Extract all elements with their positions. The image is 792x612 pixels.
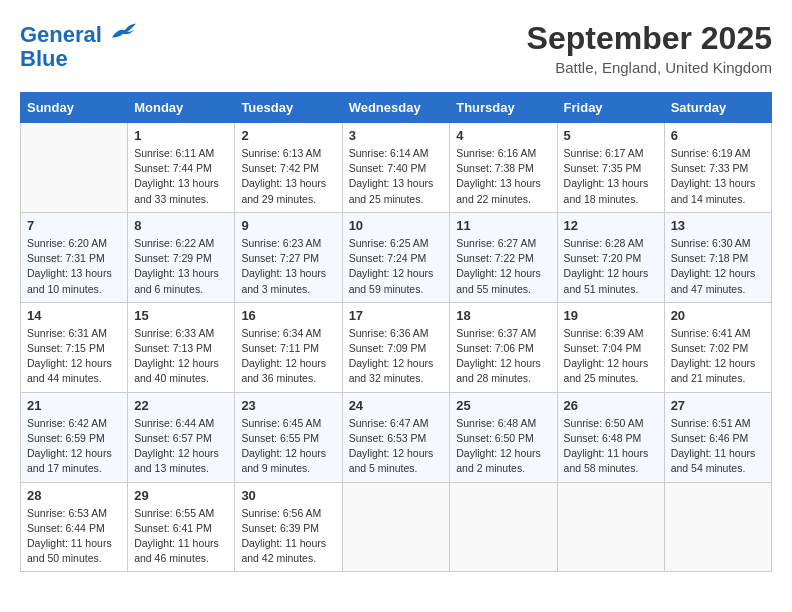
day-info: Sunrise: 6:45 AMSunset: 6:55 PMDaylight:…: [241, 416, 335, 477]
location: Battle, England, United Kingdom: [527, 59, 772, 76]
calendar-cell: 14Sunrise: 6:31 AMSunset: 7:15 PMDayligh…: [21, 302, 128, 392]
day-number: 5: [564, 128, 658, 143]
day-number: 2: [241, 128, 335, 143]
day-info: Sunrise: 6:28 AMSunset: 7:20 PMDaylight:…: [564, 236, 658, 297]
day-info: Sunrise: 6:44 AMSunset: 6:57 PMDaylight:…: [134, 416, 228, 477]
day-number: 8: [134, 218, 228, 233]
logo: General Blue: [20, 20, 138, 71]
day-number: 27: [671, 398, 765, 413]
day-number: 20: [671, 308, 765, 323]
day-number: 3: [349, 128, 444, 143]
day-info: Sunrise: 6:27 AMSunset: 7:22 PMDaylight:…: [456, 236, 550, 297]
calendar-cell: [557, 482, 664, 572]
col-header-saturday: Saturday: [664, 93, 771, 123]
calendar-cell: 23Sunrise: 6:45 AMSunset: 6:55 PMDayligh…: [235, 392, 342, 482]
day-number: 11: [456, 218, 550, 233]
week-row-5: 28Sunrise: 6:53 AMSunset: 6:44 PMDayligh…: [21, 482, 772, 572]
header-row: SundayMondayTuesdayWednesdayThursdayFrid…: [21, 93, 772, 123]
day-number: 13: [671, 218, 765, 233]
calendar-cell: [664, 482, 771, 572]
calendar-cell: 3Sunrise: 6:14 AMSunset: 7:40 PMDaylight…: [342, 123, 450, 213]
day-info: Sunrise: 6:55 AMSunset: 6:41 PMDaylight:…: [134, 506, 228, 567]
day-info: Sunrise: 6:34 AMSunset: 7:11 PMDaylight:…: [241, 326, 335, 387]
calendar-cell: [450, 482, 557, 572]
calendar-cell: 27Sunrise: 6:51 AMSunset: 6:46 PMDayligh…: [664, 392, 771, 482]
day-info: Sunrise: 6:31 AMSunset: 7:15 PMDaylight:…: [27, 326, 121, 387]
title-block: September 2025 Battle, England, United K…: [527, 20, 772, 76]
calendar-cell: 13Sunrise: 6:30 AMSunset: 7:18 PMDayligh…: [664, 212, 771, 302]
day-number: 25: [456, 398, 550, 413]
calendar-cell: 21Sunrise: 6:42 AMSunset: 6:59 PMDayligh…: [21, 392, 128, 482]
calendar-cell: 2Sunrise: 6:13 AMSunset: 7:42 PMDaylight…: [235, 123, 342, 213]
day-info: Sunrise: 6:53 AMSunset: 6:44 PMDaylight:…: [27, 506, 121, 567]
month-title: September 2025: [527, 20, 772, 57]
day-number: 10: [349, 218, 444, 233]
logo-bird-icon: [110, 20, 138, 42]
week-row-3: 14Sunrise: 6:31 AMSunset: 7:15 PMDayligh…: [21, 302, 772, 392]
day-info: Sunrise: 6:51 AMSunset: 6:46 PMDaylight:…: [671, 416, 765, 477]
col-header-thursday: Thursday: [450, 93, 557, 123]
calendar-cell: 16Sunrise: 6:34 AMSunset: 7:11 PMDayligh…: [235, 302, 342, 392]
day-info: Sunrise: 6:23 AMSunset: 7:27 PMDaylight:…: [241, 236, 335, 297]
page-header: General Blue September 2025 Battle, Engl…: [20, 20, 772, 76]
col-header-tuesday: Tuesday: [235, 93, 342, 123]
day-info: Sunrise: 6:16 AMSunset: 7:38 PMDaylight:…: [456, 146, 550, 207]
col-header-friday: Friday: [557, 93, 664, 123]
calendar-cell: 4Sunrise: 6:16 AMSunset: 7:38 PMDaylight…: [450, 123, 557, 213]
day-number: 24: [349, 398, 444, 413]
day-number: 12: [564, 218, 658, 233]
day-number: 16: [241, 308, 335, 323]
calendar-cell: 18Sunrise: 6:37 AMSunset: 7:06 PMDayligh…: [450, 302, 557, 392]
day-number: 9: [241, 218, 335, 233]
day-info: Sunrise: 6:13 AMSunset: 7:42 PMDaylight:…: [241, 146, 335, 207]
day-number: 1: [134, 128, 228, 143]
logo-text: General: [20, 20, 138, 47]
day-info: Sunrise: 6:42 AMSunset: 6:59 PMDaylight:…: [27, 416, 121, 477]
calendar-cell: 22Sunrise: 6:44 AMSunset: 6:57 PMDayligh…: [128, 392, 235, 482]
calendar-cell: 24Sunrise: 6:47 AMSunset: 6:53 PMDayligh…: [342, 392, 450, 482]
calendar-cell: 7Sunrise: 6:20 AMSunset: 7:31 PMDaylight…: [21, 212, 128, 302]
day-number: 23: [241, 398, 335, 413]
day-info: Sunrise: 6:33 AMSunset: 7:13 PMDaylight:…: [134, 326, 228, 387]
week-row-2: 7Sunrise: 6:20 AMSunset: 7:31 PMDaylight…: [21, 212, 772, 302]
day-info: Sunrise: 6:25 AMSunset: 7:24 PMDaylight:…: [349, 236, 444, 297]
day-info: Sunrise: 6:11 AMSunset: 7:44 PMDaylight:…: [134, 146, 228, 207]
calendar-cell: 5Sunrise: 6:17 AMSunset: 7:35 PMDaylight…: [557, 123, 664, 213]
calendar-cell: 26Sunrise: 6:50 AMSunset: 6:48 PMDayligh…: [557, 392, 664, 482]
day-info: Sunrise: 6:19 AMSunset: 7:33 PMDaylight:…: [671, 146, 765, 207]
day-info: Sunrise: 6:37 AMSunset: 7:06 PMDaylight:…: [456, 326, 550, 387]
calendar-cell: 8Sunrise: 6:22 AMSunset: 7:29 PMDaylight…: [128, 212, 235, 302]
day-info: Sunrise: 6:48 AMSunset: 6:50 PMDaylight:…: [456, 416, 550, 477]
day-number: 19: [564, 308, 658, 323]
day-info: Sunrise: 6:17 AMSunset: 7:35 PMDaylight:…: [564, 146, 658, 207]
logo-blue: Blue: [20, 47, 138, 71]
calendar-cell: 6Sunrise: 6:19 AMSunset: 7:33 PMDaylight…: [664, 123, 771, 213]
calendar-cell: 10Sunrise: 6:25 AMSunset: 7:24 PMDayligh…: [342, 212, 450, 302]
day-number: 15: [134, 308, 228, 323]
calendar-cell: 12Sunrise: 6:28 AMSunset: 7:20 PMDayligh…: [557, 212, 664, 302]
col-header-wednesday: Wednesday: [342, 93, 450, 123]
day-number: 18: [456, 308, 550, 323]
day-number: 29: [134, 488, 228, 503]
day-info: Sunrise: 6:56 AMSunset: 6:39 PMDaylight:…: [241, 506, 335, 567]
day-number: 26: [564, 398, 658, 413]
calendar-cell: [342, 482, 450, 572]
day-number: 30: [241, 488, 335, 503]
day-info: Sunrise: 6:39 AMSunset: 7:04 PMDaylight:…: [564, 326, 658, 387]
calendar-cell: 30Sunrise: 6:56 AMSunset: 6:39 PMDayligh…: [235, 482, 342, 572]
day-number: 6: [671, 128, 765, 143]
week-row-1: 1Sunrise: 6:11 AMSunset: 7:44 PMDaylight…: [21, 123, 772, 213]
calendar-cell: 19Sunrise: 6:39 AMSunset: 7:04 PMDayligh…: [557, 302, 664, 392]
calendar-cell: 20Sunrise: 6:41 AMSunset: 7:02 PMDayligh…: [664, 302, 771, 392]
day-info: Sunrise: 6:36 AMSunset: 7:09 PMDaylight:…: [349, 326, 444, 387]
calendar-cell: 17Sunrise: 6:36 AMSunset: 7:09 PMDayligh…: [342, 302, 450, 392]
col-header-sunday: Sunday: [21, 93, 128, 123]
day-number: 22: [134, 398, 228, 413]
calendar-cell: 9Sunrise: 6:23 AMSunset: 7:27 PMDaylight…: [235, 212, 342, 302]
week-row-4: 21Sunrise: 6:42 AMSunset: 6:59 PMDayligh…: [21, 392, 772, 482]
day-info: Sunrise: 6:47 AMSunset: 6:53 PMDaylight:…: [349, 416, 444, 477]
calendar-cell: 25Sunrise: 6:48 AMSunset: 6:50 PMDayligh…: [450, 392, 557, 482]
day-number: 7: [27, 218, 121, 233]
day-info: Sunrise: 6:22 AMSunset: 7:29 PMDaylight:…: [134, 236, 228, 297]
day-info: Sunrise: 6:14 AMSunset: 7:40 PMDaylight:…: [349, 146, 444, 207]
